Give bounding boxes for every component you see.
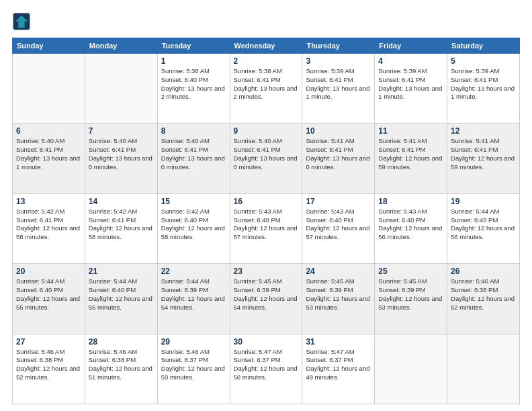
day-cell xyxy=(447,334,520,404)
day-number: 9 xyxy=(234,126,299,136)
day-number: 15 xyxy=(161,197,226,206)
day-info: Sunrise: 5:43 AMSunset: 6:40 PMDaylight:… xyxy=(378,208,443,242)
day-number: 18 xyxy=(378,197,443,206)
day-cell: 25Sunrise: 5:45 AMSunset: 6:39 PMDayligh… xyxy=(375,264,447,334)
day-number: 5 xyxy=(451,56,516,66)
day-info: Sunrise: 5:42 AMSunset: 6:40 PMDaylight:… xyxy=(161,208,226,242)
day-number: 31 xyxy=(306,337,371,347)
day-cell: 13Sunrise: 5:42 AMSunset: 6:41 PMDayligh… xyxy=(13,193,85,263)
day-cell: 28Sunrise: 5:46 AMSunset: 6:38 PMDayligh… xyxy=(85,334,157,404)
day-cell: 31Sunrise: 5:47 AMSunset: 6:37 PMDayligh… xyxy=(302,334,375,404)
day-info: Sunrise: 5:40 AMSunset: 6:41 PMDaylight:… xyxy=(16,137,81,171)
day-number: 12 xyxy=(451,126,516,136)
day-cell xyxy=(13,54,85,124)
header-sunday: Sunday xyxy=(13,38,85,54)
day-cell: 9Sunrise: 5:40 AMSunset: 6:41 PMDaylight… xyxy=(230,124,302,193)
day-info: Sunrise: 5:43 AMSunset: 6:40 PMDaylight:… xyxy=(234,208,299,242)
day-info: Sunrise: 5:38 AMSunset: 6:40 PMDaylight:… xyxy=(161,67,226,101)
day-number: 1 xyxy=(161,56,226,66)
day-number: 4 xyxy=(378,56,443,66)
day-number: 6 xyxy=(16,126,81,136)
day-number: 16 xyxy=(234,197,299,206)
header-tuesday: Tuesday xyxy=(157,38,230,54)
day-number: 22 xyxy=(161,267,226,276)
calendar-table: SundayMondayTuesdayWednesdayThursdayFrid… xyxy=(12,38,520,404)
day-cell: 30Sunrise: 5:47 AMSunset: 6:37 PMDayligh… xyxy=(230,334,302,404)
day-number: 3 xyxy=(306,56,371,66)
day-info: Sunrise: 5:38 AMSunset: 6:41 PMDaylight:… xyxy=(234,67,299,101)
day-info: Sunrise: 5:46 AMSunset: 6:37 PMDaylight:… xyxy=(161,348,226,382)
day-info: Sunrise: 5:41 AMSunset: 6:41 PMDaylight:… xyxy=(306,137,371,171)
day-cell: 20Sunrise: 5:44 AMSunset: 6:40 PMDayligh… xyxy=(13,264,85,334)
day-info: Sunrise: 5:46 AMSunset: 6:38 PMDaylight:… xyxy=(89,348,154,382)
day-number: 27 xyxy=(16,337,81,347)
day-number: 21 xyxy=(89,267,154,276)
header-wednesday: Wednesday xyxy=(230,38,302,54)
day-cell: 29Sunrise: 5:46 AMSunset: 6:37 PMDayligh… xyxy=(157,334,230,404)
day-info: Sunrise: 5:42 AMSunset: 6:41 PMDaylight:… xyxy=(89,208,154,242)
day-cell: 7Sunrise: 5:40 AMSunset: 6:41 PMDaylight… xyxy=(85,124,157,193)
day-info: Sunrise: 5:39 AMSunset: 6:41 PMDaylight:… xyxy=(378,67,443,101)
day-info: Sunrise: 5:44 AMSunset: 6:40 PMDaylight:… xyxy=(89,277,154,312)
header-monday: Monday xyxy=(85,38,157,54)
header-saturday: Saturday xyxy=(447,38,520,54)
day-cell: 21Sunrise: 5:44 AMSunset: 6:40 PMDayligh… xyxy=(85,264,157,334)
week-row-4: 20Sunrise: 5:44 AMSunset: 6:40 PMDayligh… xyxy=(13,264,520,334)
day-info: Sunrise: 5:42 AMSunset: 6:41 PMDaylight:… xyxy=(16,208,81,242)
day-info: Sunrise: 5:47 AMSunset: 6:37 PMDaylight:… xyxy=(306,348,371,382)
day-info: Sunrise: 5:46 AMSunset: 6:38 PMDaylight:… xyxy=(451,277,516,312)
day-info: Sunrise: 5:45 AMSunset: 6:39 PMDaylight:… xyxy=(378,277,443,312)
day-cell: 10Sunrise: 5:41 AMSunset: 6:41 PMDayligh… xyxy=(302,124,375,193)
day-cell xyxy=(375,334,447,404)
logo xyxy=(12,12,34,31)
week-row-5: 27Sunrise: 5:46 AMSunset: 6:38 PMDayligh… xyxy=(13,334,520,404)
day-cell: 27Sunrise: 5:46 AMSunset: 6:38 PMDayligh… xyxy=(13,334,85,404)
header-row: SundayMondayTuesdayWednesdayThursdayFrid… xyxy=(13,38,520,54)
day-number: 24 xyxy=(306,267,371,276)
day-info: Sunrise: 5:39 AMSunset: 6:41 PMDaylight:… xyxy=(306,67,371,101)
day-cell: 12Sunrise: 5:41 AMSunset: 6:41 PMDayligh… xyxy=(447,124,520,193)
header-friday: Friday xyxy=(375,38,447,54)
day-cell: 24Sunrise: 5:45 AMSunset: 6:39 PMDayligh… xyxy=(302,264,375,334)
day-info: Sunrise: 5:46 AMSunset: 6:38 PMDaylight:… xyxy=(16,348,81,382)
day-cell: 3Sunrise: 5:39 AMSunset: 6:41 PMDaylight… xyxy=(302,54,375,124)
page: SundayMondayTuesdayWednesdayThursdayFrid… xyxy=(0,0,532,411)
day-number: 7 xyxy=(89,126,154,136)
logo-icon xyxy=(12,12,31,31)
day-info: Sunrise: 5:40 AMSunset: 6:41 PMDaylight:… xyxy=(161,137,226,171)
day-cell: 22Sunrise: 5:44 AMSunset: 6:39 PMDayligh… xyxy=(157,264,230,334)
week-row-2: 6Sunrise: 5:40 AMSunset: 6:41 PMDaylight… xyxy=(13,124,520,193)
day-cell: 15Sunrise: 5:42 AMSunset: 6:40 PMDayligh… xyxy=(157,193,230,263)
day-info: Sunrise: 5:44 AMSunset: 6:40 PMDaylight:… xyxy=(16,277,81,312)
day-cell: 6Sunrise: 5:40 AMSunset: 6:41 PMDaylight… xyxy=(13,124,85,193)
day-cell: 11Sunrise: 5:41 AMSunset: 6:41 PMDayligh… xyxy=(375,124,447,193)
day-info: Sunrise: 5:40 AMSunset: 6:41 PMDaylight:… xyxy=(89,137,154,171)
day-info: Sunrise: 5:45 AMSunset: 6:39 PMDaylight:… xyxy=(306,277,371,312)
day-cell: 18Sunrise: 5:43 AMSunset: 6:40 PMDayligh… xyxy=(375,193,447,263)
week-row-1: 1Sunrise: 5:38 AMSunset: 6:40 PMDaylight… xyxy=(13,54,520,124)
day-info: Sunrise: 5:43 AMSunset: 6:40 PMDaylight:… xyxy=(306,208,371,242)
day-number: 11 xyxy=(378,126,443,136)
day-cell: 2Sunrise: 5:38 AMSunset: 6:41 PMDaylight… xyxy=(230,54,302,124)
day-number: 20 xyxy=(16,267,81,276)
day-cell: 17Sunrise: 5:43 AMSunset: 6:40 PMDayligh… xyxy=(302,193,375,263)
day-info: Sunrise: 5:41 AMSunset: 6:41 PMDaylight:… xyxy=(451,137,516,171)
day-number: 30 xyxy=(234,337,299,347)
day-number: 13 xyxy=(16,197,81,206)
day-number: 2 xyxy=(234,56,299,66)
day-cell: 1Sunrise: 5:38 AMSunset: 6:40 PMDaylight… xyxy=(157,54,230,124)
day-number: 26 xyxy=(451,267,516,276)
day-number: 25 xyxy=(378,267,443,276)
calendar-header: SundayMondayTuesdayWednesdayThursdayFrid… xyxy=(13,38,520,54)
day-number: 28 xyxy=(89,337,154,347)
day-info: Sunrise: 5:47 AMSunset: 6:37 PMDaylight:… xyxy=(234,348,299,382)
day-info: Sunrise: 5:44 AMSunset: 6:40 PMDaylight:… xyxy=(451,208,516,242)
day-number: 29 xyxy=(161,337,226,347)
day-number: 17 xyxy=(306,197,371,206)
calendar-body: 1Sunrise: 5:38 AMSunset: 6:40 PMDaylight… xyxy=(13,54,520,404)
day-info: Sunrise: 5:44 AMSunset: 6:39 PMDaylight:… xyxy=(161,277,226,312)
day-cell: 23Sunrise: 5:45 AMSunset: 6:39 PMDayligh… xyxy=(230,264,302,334)
day-cell: 19Sunrise: 5:44 AMSunset: 6:40 PMDayligh… xyxy=(447,193,520,263)
day-cell: 5Sunrise: 5:39 AMSunset: 6:41 PMDaylight… xyxy=(447,54,520,124)
day-cell: 4Sunrise: 5:39 AMSunset: 6:41 PMDaylight… xyxy=(375,54,447,124)
